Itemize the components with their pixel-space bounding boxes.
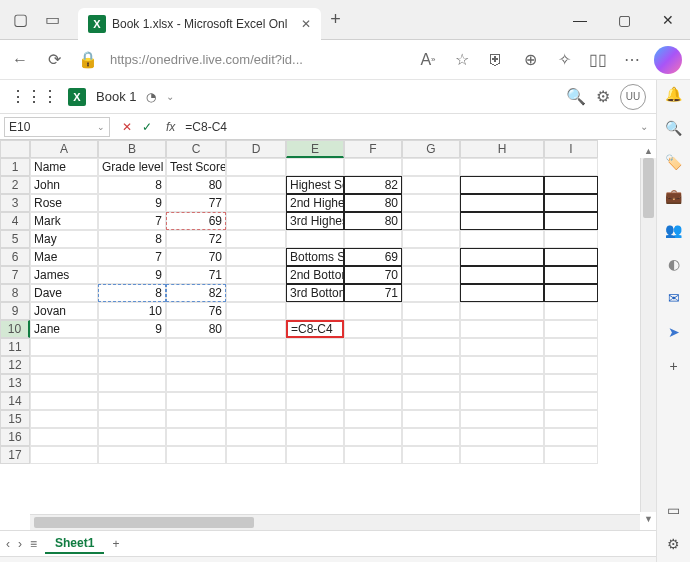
cell-E17[interactable] bbox=[286, 446, 344, 464]
cell-G11[interactable] bbox=[402, 338, 460, 356]
row-header[interactable]: 3 bbox=[0, 194, 30, 212]
panel-icon[interactable]: ▭ bbox=[664, 500, 684, 520]
cell-G6[interactable] bbox=[402, 248, 460, 266]
cell-H3[interactable] bbox=[460, 194, 544, 212]
cell-H2[interactable] bbox=[460, 176, 544, 194]
row-header[interactable]: 8 bbox=[0, 284, 30, 302]
fx-icon[interactable]: fx bbox=[160, 120, 181, 134]
cell-G2[interactable] bbox=[402, 176, 460, 194]
close-window-button[interactable]: ✕ bbox=[646, 0, 690, 40]
cell-F3[interactable]: 80 bbox=[344, 194, 402, 212]
cell-D5[interactable] bbox=[226, 230, 286, 248]
tabs-icon[interactable]: ▭ bbox=[40, 8, 64, 32]
scroll-thumb[interactable] bbox=[34, 517, 254, 528]
cell-F6[interactable]: 69 bbox=[344, 248, 402, 266]
cell-E15[interactable] bbox=[286, 410, 344, 428]
row-header[interactable]: 14 bbox=[0, 392, 30, 410]
cell-C5[interactable]: 72 bbox=[166, 230, 226, 248]
select-all-corner[interactable] bbox=[0, 140, 30, 158]
collections-icon[interactable]: ✧ bbox=[552, 48, 576, 72]
cell-B6[interactable]: 7 bbox=[98, 248, 166, 266]
row-header[interactable]: 10 bbox=[0, 320, 30, 338]
name-box[interactable]: E10 ⌄ bbox=[4, 117, 110, 137]
cell-H7[interactable] bbox=[460, 266, 544, 284]
bell-icon[interactable]: 🔔 bbox=[664, 84, 684, 104]
cell-B1[interactable]: Grade level bbox=[98, 158, 166, 176]
add-sheet-icon[interactable]: + bbox=[112, 537, 119, 551]
cell-B4[interactable]: 7 bbox=[98, 212, 166, 230]
scroll-thumb[interactable] bbox=[643, 158, 654, 218]
shield-icon[interactable]: ⛨ bbox=[484, 48, 508, 72]
row-header[interactable]: 12 bbox=[0, 356, 30, 374]
cell-C14[interactable] bbox=[166, 392, 226, 410]
cell-F7[interactable]: 70 bbox=[344, 266, 402, 284]
site-info-icon[interactable]: 🔒 bbox=[76, 48, 100, 72]
cell-I11[interactable] bbox=[544, 338, 598, 356]
spreadsheet-grid[interactable]: ABCDEFGHI1NameGrade levelTest Score2John… bbox=[0, 140, 656, 530]
cell-D13[interactable] bbox=[226, 374, 286, 392]
cell-E5[interactable] bbox=[286, 230, 344, 248]
cell-D8[interactable] bbox=[226, 284, 286, 302]
favorite-icon[interactable]: ☆ bbox=[450, 48, 474, 72]
cell-I10[interactable] bbox=[544, 320, 598, 338]
cell-B5[interactable]: 8 bbox=[98, 230, 166, 248]
cell-A17[interactable] bbox=[30, 446, 98, 464]
cell-F12[interactable] bbox=[344, 356, 402, 374]
cell-H4[interactable] bbox=[460, 212, 544, 230]
more-icon[interactable]: ⋯ bbox=[620, 48, 644, 72]
cell-G13[interactable] bbox=[402, 374, 460, 392]
chevron-down-icon[interactable]: ⌄ bbox=[97, 122, 105, 132]
cell-E1[interactable] bbox=[286, 158, 344, 176]
cell-C7[interactable]: 71 bbox=[166, 266, 226, 284]
cell-C17[interactable] bbox=[166, 446, 226, 464]
cell-H13[interactable] bbox=[460, 374, 544, 392]
cell-G12[interactable] bbox=[402, 356, 460, 374]
cell-I8[interactable] bbox=[544, 284, 598, 302]
cell-E13[interactable] bbox=[286, 374, 344, 392]
sheet-tab[interactable]: Sheet1 bbox=[45, 534, 104, 554]
dropdown-icon[interactable]: ⌄ bbox=[166, 91, 174, 102]
office-icon[interactable]: ◐ bbox=[664, 254, 684, 274]
url-text[interactable]: https://onedrive.live.com/edit?id... bbox=[110, 52, 406, 67]
cell-C1[interactable]: Test Score bbox=[166, 158, 226, 176]
cell-I4[interactable] bbox=[544, 212, 598, 230]
cell-B14[interactable] bbox=[98, 392, 166, 410]
cell-C11[interactable] bbox=[166, 338, 226, 356]
browser-tab[interactable]: X Book 1.xlsx - Microsoft Excel Onl ✕ bbox=[78, 8, 321, 40]
cancel-formula-icon[interactable]: ✕ bbox=[122, 120, 132, 134]
cell-A4[interactable]: Mark bbox=[30, 212, 98, 230]
cell-A6[interactable]: Mae bbox=[30, 248, 98, 266]
cell-F17[interactable] bbox=[344, 446, 402, 464]
column-header[interactable]: I bbox=[544, 140, 598, 158]
cell-D17[interactable] bbox=[226, 446, 286, 464]
cell-F11[interactable] bbox=[344, 338, 402, 356]
cell-I6[interactable] bbox=[544, 248, 598, 266]
cell-B10[interactable]: 9 bbox=[98, 320, 166, 338]
cell-C16[interactable] bbox=[166, 428, 226, 446]
cell-A9[interactable]: Jovan bbox=[30, 302, 98, 320]
cell-A3[interactable]: Rose bbox=[30, 194, 98, 212]
cell-I3[interactable] bbox=[544, 194, 598, 212]
app-launcher-icon[interactable]: ⋮⋮⋮ bbox=[10, 87, 58, 106]
cell-B9[interactable]: 10 bbox=[98, 302, 166, 320]
cell-H1[interactable] bbox=[460, 158, 544, 176]
user-avatar[interactable]: UU bbox=[620, 84, 646, 110]
cell-E2[interactable]: Highest Score bbox=[286, 176, 344, 194]
cell-E6[interactable]: Bottoms Score bbox=[286, 248, 344, 266]
cell-I16[interactable] bbox=[544, 428, 598, 446]
vertical-scrollbar[interactable]: ▲ ▼ bbox=[640, 158, 656, 512]
split-icon[interactable]: ▯▯ bbox=[586, 48, 610, 72]
send-icon[interactable]: ➤ bbox=[664, 322, 684, 342]
cell-D7[interactable] bbox=[226, 266, 286, 284]
cell-F9[interactable] bbox=[344, 302, 402, 320]
reader-icon[interactable]: A» bbox=[416, 48, 440, 72]
cell-H17[interactable] bbox=[460, 446, 544, 464]
cell-A11[interactable] bbox=[30, 338, 98, 356]
cell-I15[interactable] bbox=[544, 410, 598, 428]
prev-sheet-icon[interactable]: ‹ bbox=[6, 537, 10, 551]
cell-D1[interactable] bbox=[226, 158, 286, 176]
cell-D9[interactable] bbox=[226, 302, 286, 320]
row-header[interactable]: 6 bbox=[0, 248, 30, 266]
all-sheets-icon[interactable]: ≡ bbox=[30, 537, 37, 551]
cell-D4[interactable] bbox=[226, 212, 286, 230]
